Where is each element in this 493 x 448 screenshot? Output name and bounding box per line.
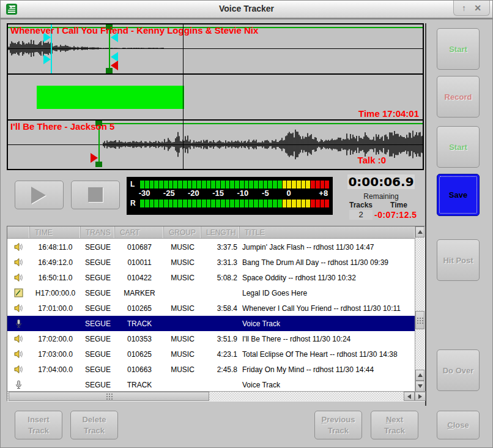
window-controls: ↑ ✕: [453, 1, 490, 16]
column-header-trans[interactable]: TRANS: [81, 226, 115, 238]
row-icon-cell: [7, 364, 30, 375]
row-cell: 010011: [115, 258, 164, 267]
save-button[interactable]: Save: [437, 174, 480, 216]
scroll-down-button[interactable]: [415, 381, 424, 392]
close-window-icon[interactable]: ✕: [474, 4, 481, 12]
save-focus-ring: [439, 176, 477, 214]
row-cell: 010265: [115, 304, 164, 313]
meter-segment: [311, 200, 315, 207]
row-cell: 16:50:11.0: [30, 274, 81, 282]
log-row-selected[interactable]: SEGUETRACKVoice Track: [7, 316, 415, 331]
voice-track-region[interactable]: [37, 86, 184, 109]
meter-segment: [268, 181, 272, 189]
scroll-right-button[interactable]: [415, 392, 426, 401]
row-icon-cell: [7, 349, 30, 359]
column-header-time[interactable]: TIME: [30, 226, 81, 238]
row-cell: MUSIC: [164, 350, 201, 359]
column-header-group[interactable]: GROUP: [164, 226, 201, 238]
meter-segment: [245, 200, 249, 207]
meter-segment: [278, 200, 282, 207]
log-row[interactable]: 17:04:00.0SEGUE010663MUSIC2:45.8Friday O…: [7, 362, 415, 377]
vertical-scroll-thumb[interactable]: [415, 311, 424, 329]
hit-post-button[interactable]: Hit Post: [437, 239, 480, 281]
log-table-rows: 16:48:11.0SEGUE010687MUSIC3:37.5Jumpin' …: [7, 239, 415, 392]
panel-separator: [425, 23, 426, 406]
start1-button[interactable]: Start: [437, 28, 480, 70]
voice-track-lane[interactable]: Time 17:04:01: [8, 75, 423, 119]
column-header-title[interactable]: TITLE: [240, 226, 415, 238]
previous-track-button[interactable]: PreviousTrack: [314, 411, 362, 439]
column-header-length[interactable]: LENGTH: [201, 226, 240, 238]
meter-segment: [278, 181, 282, 189]
log-row[interactable]: SEGUETRACKVoice Track: [7, 377, 415, 392]
row-cell: 010625: [115, 350, 164, 359]
column-header-cart[interactable]: CART: [115, 226, 164, 238]
stop-button[interactable]: [71, 181, 120, 209]
meter-scale-label: -10: [237, 189, 248, 197]
next-track-button[interactable]: NextTrack: [371, 411, 418, 439]
meter-segment: [145, 200, 149, 207]
meter-segment: [254, 200, 258, 207]
horizontal-scroll-thumb[interactable]: [9, 392, 209, 401]
horizontal-scrollbar[interactable]: [7, 391, 426, 401]
row-cell: SEGUE: [81, 243, 115, 252]
start2-button[interactable]: Start: [437, 126, 480, 168]
row-icon-cell: [7, 242, 30, 252]
shade-window-icon[interactable]: ↑: [462, 4, 466, 12]
delete-track-button[interactable]: DeleteTrack: [70, 411, 118, 439]
row-cell: H17:00:00.0: [30, 289, 81, 297]
talk-annotation: Talk :0: [358, 155, 386, 165]
record-button[interactable]: Record: [437, 76, 480, 118]
meter-segment: [169, 181, 173, 189]
log-row[interactable]: 16:49:12.0SEGUE010011MUSIC3:31.3Bang The…: [7, 255, 415, 270]
window-title: Voice Tracker: [1, 4, 492, 13]
row-icon-cell: [7, 303, 30, 313]
row-cell: 17:01:00.0: [30, 304, 81, 313]
meter-segment: [287, 200, 291, 207]
meter-segment: [302, 200, 306, 207]
track2-play-marker-line: [98, 123, 423, 124]
track1-end-handle-icon[interactable]: [111, 61, 118, 70]
log-row[interactable]: H17:00:00.0SEGUEMARKERLegal ID Goes Here: [7, 285, 415, 301]
meter-segment: [202, 200, 206, 207]
tracks-panel[interactable]: Whenever I Call You Friend - Kenny Loggi…: [7, 23, 424, 170]
log-row[interactable]: 16:48:11.0SEGUE010687MUSIC3:37.5Jumpin' …: [7, 239, 415, 255]
meter-segment: [226, 200, 230, 207]
meter-segment: [140, 200, 144, 207]
play-button[interactable]: [15, 181, 64, 209]
close-button[interactable]: Close: [437, 411, 480, 439]
row-icon-cell: [7, 379, 30, 390]
meter-scale: -30-25-20-15-10-50+8: [140, 189, 329, 199]
meter-segment: [283, 200, 287, 207]
scroll-up-button[interactable]: [415, 226, 424, 237]
track2-start-handle-icon[interactable]: [91, 153, 98, 163]
insert-track-button[interactable]: InsertTrack: [15, 411, 62, 439]
row-title-cell: Bang The Drum All Day -- rdhost 11/30 09…: [240, 258, 415, 267]
log-row[interactable]: 16:50:11.0SEGUE010422MUSIC5:08.2Space Od…: [7, 270, 415, 285]
meter-segment: [192, 200, 196, 207]
meter-segment: [183, 181, 187, 189]
meter-segment: [240, 200, 244, 207]
track1-fade-handle-bottom-icon[interactable]: [43, 54, 51, 64]
row-cell: 17:03:00.0: [30, 350, 81, 359]
column-header-icon[interactable]: [7, 226, 30, 238]
track2-lane[interactable]: I'll Be There - Jackson 5 Talk :0: [8, 121, 423, 169]
log-row[interactable]: 17:03:00.0SEGUE010625MUSIC4:23.1Total Ec…: [7, 346, 415, 362]
remaining-tracks-label: Tracks: [347, 201, 374, 209]
row-icon-cell: [7, 318, 30, 329]
vertical-scrollbar[interactable]: [415, 226, 424, 392]
track1-lane[interactable]: Whenever I Call You Friend - Kenny Loggi…: [8, 24, 423, 73]
meter-segment: [249, 200, 253, 207]
meter-segment: [202, 181, 206, 189]
do-over-button[interactable]: Do Over: [437, 349, 480, 391]
row-cell: SEGUE: [81, 335, 115, 343]
log-row[interactable]: 17:01:00.0SEGUE010265MUSIC3:58.4Whenever…: [7, 301, 415, 316]
scroll-up2-button[interactable]: [415, 370, 424, 381]
speaker-icon: [13, 257, 24, 267]
row-title-cell: Whenever I Call You Friend -- rdhost 11/…: [240, 304, 415, 313]
scroll-left-button[interactable]: [404, 392, 415, 401]
meter-segment: [240, 181, 244, 189]
track1-title: Whenever I Call You Friend - Kenny Loggi…: [10, 25, 258, 35]
log-row[interactable]: 17:02:00.0SEGUE010353MUSIC3:51.9I'll Be …: [7, 331, 415, 346]
meter-scale-label: 0: [287, 189, 291, 197]
